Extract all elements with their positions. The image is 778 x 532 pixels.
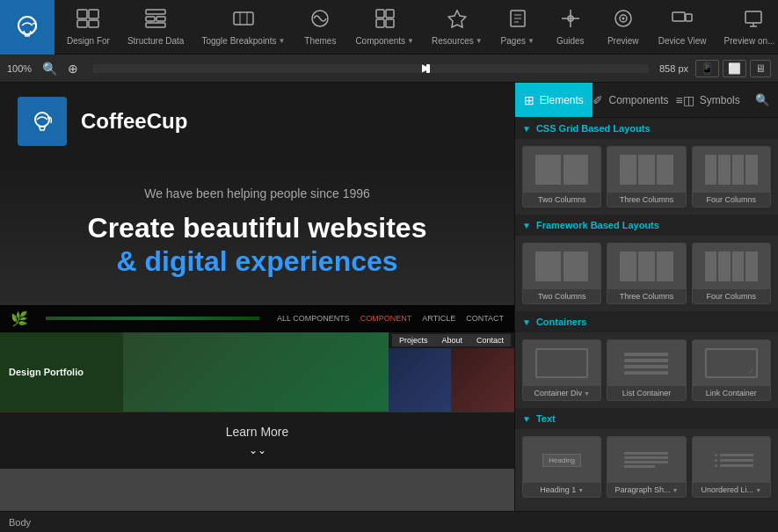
para-line-1: [624, 452, 668, 455]
svg-rect-30: [745, 11, 761, 23]
card-heading[interactable]: Heading Heading 1 ▼: [522, 436, 601, 498]
card-three-columns-fw[interactable]: Three Columns: [607, 243, 686, 304]
card-three-columns-css[interactable]: Three Columns: [607, 146, 686, 208]
desktop-view-button[interactable]: 🖥: [750, 60, 771, 77]
tab-symbols-label: Symbols: [700, 94, 740, 106]
section-framework[interactable]: ▼ Framework Based Layouts: [515, 215, 778, 236]
toolbar-design-for-label: Design For: [67, 36, 110, 46]
tab-symbols[interactable]: ≡◫ Symbols: [669, 83, 746, 117]
card-list-container[interactable]: List Container: [607, 339, 686, 401]
zoom-in-button[interactable]: ⊕: [64, 60, 82, 77]
card-link-container[interactable]: Link Container: [692, 339, 771, 401]
svg-rect-29: [686, 14, 692, 21]
guides-icon: [561, 9, 580, 33]
card-four-columns-css[interactable]: Four Columns: [692, 146, 771, 208]
device-view-icon: [672, 9, 693, 33]
unordered-visual: [709, 445, 753, 475]
toolbar-pages[interactable]: Pages ▼: [491, 4, 544, 51]
col-4: [745, 251, 758, 281]
svg-rect-3: [77, 20, 87, 27]
device-buttons: 📱 ⬜ 🖥: [695, 60, 771, 77]
nav-component[interactable]: COMPONENT: [360, 314, 412, 323]
panel-search-btn[interactable]: 🔍: [746, 83, 778, 117]
card-two-columns-css[interactable]: Two Columns: [522, 146, 601, 208]
main-area: CoffeeCup We have been helping people si…: [0, 83, 778, 511]
portfolio-nav-about[interactable]: About: [434, 334, 469, 346]
site-logo-box: [18, 97, 67, 146]
col-4: [745, 155, 758, 185]
list-row-3: [624, 365, 668, 368]
card-container-div[interactable]: Container Div ▼: [522, 339, 601, 401]
toolbar-structure-data-label: Structure Data: [127, 36, 184, 46]
container-div-arrow: ▼: [584, 390, 590, 397]
canvas-area[interactable]: CoffeeCup We have been helping people si…: [0, 83, 514, 511]
toolbar-preview-on-label: Preview on...: [724, 36, 775, 46]
status-text: Body: [9, 517, 31, 528]
site-nav-bar: 🌿 ALL COMPONENTS COMPONENT ARTICLE CONTA…: [0, 305, 514, 332]
structure-data-icon: [145, 9, 166, 33]
toolbar-preview-on[interactable]: Preview on... ▼: [716, 4, 778, 51]
site-hero: We have been helping people since 1996 C…: [0, 160, 514, 305]
svg-point-0: [18, 17, 36, 34]
toolbar-design-for[interactable]: Design For: [58, 4, 119, 51]
svg-rect-14: [386, 10, 394, 18]
collapse-framework-icon: ▼: [522, 221, 531, 230]
section-css-grid[interactable]: ▼ CSS Grid Based Layouts: [515, 118, 778, 139]
card-two-columns-fw[interactable]: Two Columns: [522, 243, 601, 304]
pages-icon: [508, 9, 527, 33]
zoom-out-button[interactable]: 🔍: [39, 60, 61, 77]
toolbar-structure-data[interactable]: Structure Data: [119, 4, 193, 51]
card-four-columns-fw[interactable]: Four Columns: [692, 243, 771, 304]
ul-line-3: [720, 464, 753, 467]
status-bar: Body: [0, 511, 778, 532]
three-columns-css-label: Three Columns: [618, 193, 676, 207]
toolbar-toggle-breakpoints[interactable]: Toggle Breakpoints ▼: [193, 4, 294, 51]
portfolio-img-3: [451, 348, 514, 412]
hero-main-line1: Create beautiful websites: [88, 212, 427, 244]
ul-line-2: [720, 459, 753, 462]
toolbar-themes[interactable]: Themes: [294, 4, 346, 51]
second-toolbar: 100% 🔍 ⊕ ▶ 858 px 📱 ⬜ 🖥: [0, 55, 778, 83]
nav-article[interactable]: ARTICLE: [422, 314, 455, 323]
portfolio-nav-contact[interactable]: Contact: [469, 334, 511, 346]
section-text[interactable]: ▼ Text: [515, 408, 778, 429]
components-icon: [375, 9, 395, 33]
mobile-view-button[interactable]: 📱: [695, 60, 719, 77]
panel-body[interactable]: ▼ CSS Grid Based Layouts Two Columns: [515, 118, 778, 511]
tablet-view-button[interactable]: ⬜: [723, 60, 746, 77]
toolbar-components[interactable]: Components ▼: [346, 4, 423, 51]
list-row-2: [624, 359, 668, 362]
col-1: [705, 251, 717, 281]
toolbar-device-view[interactable]: Device View: [650, 4, 716, 51]
ul-line-1: [720, 454, 753, 456]
link-container-visual: [705, 348, 758, 378]
portfolio-nav-projects[interactable]: Projects: [392, 334, 435, 346]
card-unordered-list[interactable]: Unordered Li... ▼: [692, 436, 771, 498]
svg-rect-4: [89, 20, 98, 27]
toolbar-preview[interactable]: Preview: [597, 4, 650, 51]
four-columns-css-preview: [693, 147, 770, 193]
list-row-4: [624, 371, 668, 375]
svg-rect-16: [386, 19, 394, 27]
section-containers[interactable]: ▼ Containers: [515, 311, 778, 332]
three-columns-css-preview: [607, 147, 685, 193]
tab-elements[interactable]: ⊞ Elements: [515, 83, 593, 117]
toolbar-resources[interactable]: Resources ▼: [423, 4, 491, 51]
container-div-preview: [523, 340, 600, 386]
svg-rect-2: [89, 10, 98, 18]
four-columns-css-label: Four Columns: [705, 193, 759, 207]
top-toolbar: Design For Structure Data: [0, 0, 778, 55]
card-paragraph[interactable]: Paragraph Sh... ▼: [607, 436, 686, 498]
site-nav-links: ALL COMPONENTS COMPONENT ARTICLE CONTACT: [277, 314, 504, 323]
nav-contact[interactable]: CONTACT: [466, 314, 504, 323]
ul-item-1: [715, 454, 753, 456]
tab-elements-label: Elements: [540, 94, 584, 106]
svg-rect-6: [146, 17, 155, 21]
section-text-label: Text: [536, 413, 556, 424]
toolbar-guides[interactable]: Guides: [544, 4, 597, 51]
tab-components[interactable]: ✐ Components: [593, 83, 670, 117]
nav-all-components[interactable]: ALL COMPONENTS: [277, 314, 350, 323]
three-col-visual: [620, 155, 673, 185]
col-1: [620, 155, 636, 185]
unordered-preview-box: [693, 437, 770, 483]
